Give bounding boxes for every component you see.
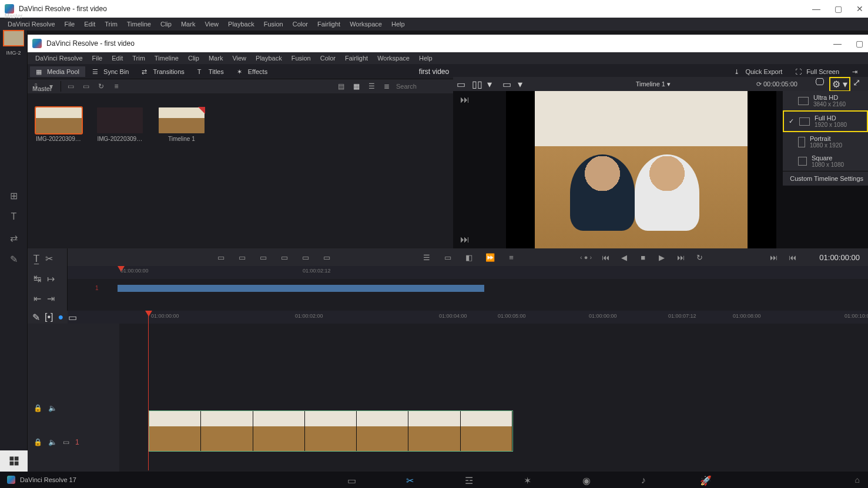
sort-icon[interactable]: ≡ xyxy=(110,81,122,92)
thumbnail-view-icon[interactable]: ▦ xyxy=(350,81,362,92)
quick-export-button[interactable]: ⤓Quick Export xyxy=(728,66,788,77)
go-end-icon[interactable]: ⏭ xyxy=(675,253,686,262)
timeline-resolution-button[interactable]: ⚙▾ xyxy=(829,77,850,92)
menu-item[interactable]: Color xyxy=(289,19,312,29)
boring-detector-icon[interactable]: ⊞ xyxy=(0,185,28,206)
mute-icon[interactable]: 🔈 xyxy=(48,438,57,446)
in-out-icon[interactable]: ⇤ xyxy=(33,293,41,304)
menu-item[interactable]: Color xyxy=(316,53,340,63)
align2-tool-icon[interactable]: ↦ xyxy=(47,273,55,284)
fx-tool-icon[interactable]: ✂ xyxy=(45,253,53,264)
tool-b-icon[interactable]: ▭ xyxy=(443,253,453,262)
marker-list-icon[interactable]: [•] xyxy=(45,312,53,322)
effects-toggle[interactable]: ✶Effects xyxy=(231,66,273,77)
menu-item[interactable]: Workspace xyxy=(373,53,414,63)
next-marker-icon[interactable]: ⏭ xyxy=(768,253,779,262)
menu-item[interactable]: View xyxy=(228,53,250,63)
expand-viewer-icon[interactable]: ⤢ xyxy=(853,77,864,87)
text-tool-icon[interactable]: T̲ xyxy=(33,253,39,264)
edit-page-icon[interactable]: ☲ xyxy=(465,475,477,484)
loop-icon[interactable]: ↻ xyxy=(694,253,705,262)
clip-item[interactable]: IMG-20220309-W... xyxy=(97,107,143,142)
monitor-icon[interactable]: 🖵 xyxy=(815,77,827,87)
prev-frame-icon[interactable]: ◀ xyxy=(619,253,629,262)
inspector-toggle[interactable]: ⇥ xyxy=(846,66,866,76)
chevron-down-icon[interactable]: ▾ xyxy=(518,79,529,89)
dual-viewer-icon[interactable]: ▯▯ xyxy=(472,79,484,89)
audio-sync-icon[interactable]: ● xyxy=(58,312,64,322)
source-overwrite-icon[interactable]: ▭ xyxy=(321,253,332,262)
smart-insert-icon[interactable]: ▭ xyxy=(216,253,226,262)
menu-item[interactable]: File xyxy=(61,19,79,29)
clip-item[interactable]: IMG-20220309-W... xyxy=(36,107,82,142)
menu-item[interactable]: File xyxy=(88,53,107,63)
video-clip[interactable] xyxy=(149,410,513,452)
marker-icon[interactable]: ✎ xyxy=(0,248,28,270)
titles-toggle[interactable]: TTitles xyxy=(192,66,230,77)
close-up-icon[interactable]: ▭ xyxy=(279,253,290,262)
mute-icon[interactable]: 🔈 xyxy=(48,404,57,412)
go-start-icon[interactable]: ⏮ xyxy=(600,253,611,262)
deliver-page-icon[interactable]: 🚀 xyxy=(700,475,712,484)
menu-item[interactable]: Playback xyxy=(224,19,259,29)
list-view-icon[interactable]: ☰ xyxy=(366,81,377,92)
menu-item[interactable]: Edit xyxy=(108,53,127,63)
menu-item[interactable]: Trim xyxy=(128,53,149,63)
menu-item[interactable]: Help xyxy=(387,19,409,29)
custom-timeline-settings[interactable]: Custom Timeline Settings xyxy=(783,171,868,186)
menu-item[interactable]: Clip xyxy=(156,19,176,29)
lower-timeline[interactable]: 01:00:00:00 01:00:02:00 01:00:04:00 01:0… xyxy=(28,311,868,472)
menu-item[interactable]: Help xyxy=(415,53,437,63)
viewer-canvas[interactable] xyxy=(506,91,776,248)
media-page-icon[interactable]: ▭ xyxy=(347,475,359,484)
options-icon[interactable]: ≡ xyxy=(506,253,517,262)
menu-item[interactable]: Trim xyxy=(100,19,122,29)
fast-review-icon[interactable]: ⏩ xyxy=(485,253,495,262)
sync-bin-toggle[interactable]: ☰Sync Bin xyxy=(86,66,135,77)
bin-create-icon[interactable]: ▭ xyxy=(65,81,76,92)
tool-c-icon[interactable]: ◧ xyxy=(464,253,474,262)
subtitle-icon[interactable]: T xyxy=(0,206,28,227)
menu-item[interactable]: Workspace xyxy=(346,19,386,29)
lower-ruler[interactable]: 01:00:00:00 01:00:02:00 01:00:04:00 01:0… xyxy=(28,311,868,324)
menu-item[interactable]: DaVinci Resolve xyxy=(31,53,87,63)
maximize-button[interactable]: ▢ xyxy=(835,4,842,14)
fairlight-page-icon[interactable]: ♪ xyxy=(641,475,653,484)
menu-item[interactable]: Mark xyxy=(205,53,227,63)
edit-nav[interactable]: ‹ ● › xyxy=(580,254,592,261)
flow-icon[interactable]: ⇥ xyxy=(47,293,55,304)
close-button[interactable]: ✕ xyxy=(856,4,863,14)
media-pool-toggle[interactable]: ▦Media Pool xyxy=(30,66,85,77)
inner-maximize-button[interactable]: ▢ xyxy=(856,39,863,48)
fusion-page-icon[interactable]: ✶ xyxy=(524,475,535,484)
record-viewer-icon[interactable]: ▭ xyxy=(502,79,514,89)
menu-item[interactable]: Fairlight xyxy=(341,53,372,63)
resolution-option[interactable]: Square1080 x 1080 xyxy=(783,152,868,171)
tools-icon[interactable]: ⇄ xyxy=(0,227,28,248)
sync-icon[interactable]: ↻ xyxy=(95,81,107,92)
cut-page-icon[interactable]: ✂ xyxy=(406,475,418,484)
menu-item[interactable]: View xyxy=(200,19,223,29)
project-manager-icon[interactable]: ⌂ xyxy=(855,475,860,484)
lock-icon[interactable]: 🔒 xyxy=(33,438,42,446)
video-track-icon[interactable]: ▭ xyxy=(63,438,69,446)
windows-start-button[interactable] xyxy=(0,450,28,472)
upper-clip-bar[interactable] xyxy=(118,285,484,292)
menu-item[interactable]: Clip xyxy=(184,53,203,63)
lock-icon[interactable]: 🔒 xyxy=(33,404,42,412)
upper-timeline[interactable]: 01:00:00:00 01:00:02:12 1 xyxy=(28,266,868,311)
minimize-button[interactable]: — xyxy=(812,4,820,14)
append-icon[interactable]: ▭ xyxy=(237,253,247,262)
resolution-option[interactable]: Portrait1080 x 1920 xyxy=(783,132,868,152)
menu-item[interactable]: Timeline xyxy=(123,19,155,29)
menu-item[interactable]: Timeline xyxy=(150,53,183,63)
menu-item[interactable]: Fusion xyxy=(287,53,315,63)
source-viewer-icon[interactable]: ▭ xyxy=(457,79,468,89)
bin-options-icon[interactable]: ▭ xyxy=(80,81,92,92)
place-on-top-icon[interactable]: ▭ xyxy=(300,253,311,262)
play-icon[interactable]: ▶ xyxy=(656,253,667,262)
ripple-icon[interactable]: ▭ xyxy=(258,253,269,262)
sidebar-clip-thumb[interactable] xyxy=(3,30,24,46)
resolution-option[interactable]: ✓ Full HD1920 x 1080 xyxy=(783,110,868,132)
menu-item[interactable]: Playback xyxy=(252,53,286,63)
